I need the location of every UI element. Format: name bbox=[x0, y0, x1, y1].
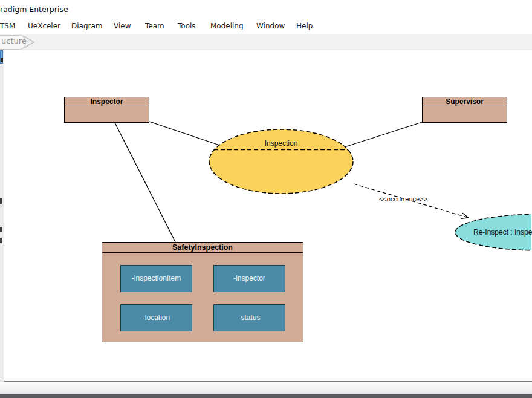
menu-item-view[interactable]: View bbox=[114, 19, 131, 34]
menu-item-help[interactable]: Help bbox=[296, 19, 313, 34]
selected-tool-icon[interactable] bbox=[0, 50, 3, 64]
title-bar: radigm Enterprise bbox=[0, 0, 532, 19]
menu-item-uexceler[interactable]: UeXceler bbox=[28, 19, 60, 34]
menu-item-team[interactable]: Team bbox=[145, 19, 164, 34]
panel-icon-fragment bbox=[0, 227, 2, 232]
part-inspector[interactable]: -inspector bbox=[213, 265, 285, 292]
window-bottom-edge bbox=[0, 394, 532, 398]
part-status[interactable]: -status bbox=[213, 304, 285, 331]
panel-icon-fragment bbox=[0, 198, 2, 204]
menu-item-tools[interactable]: Tools bbox=[178, 19, 196, 34]
class-inspector[interactable]: Inspector bbox=[64, 97, 149, 123]
part-location[interactable]: -location bbox=[120, 304, 192, 331]
breadcrumb-chevron-icon bbox=[22, 34, 37, 50]
association-supervisor-inspection[interactable] bbox=[341, 122, 422, 148]
application-window: radigm Enterprise TSM UeXceler Diagram V… bbox=[0, 0, 532, 398]
class-safetyinspection-name: SafetyInspection bbox=[102, 243, 303, 253]
part-inspectionitem[interactable]: -inspectionItem bbox=[120, 265, 192, 292]
tool-glyph-icon bbox=[1, 58, 3, 62]
menu-item-tsm[interactable]: TSM bbox=[0, 19, 15, 34]
window-title: radigm Enterprise bbox=[0, 5, 68, 14]
panel-icon-fragment bbox=[0, 238, 2, 243]
collaboration-use-reinspect-label[interactable]: Re-Inspect : Inspe bbox=[473, 228, 532, 237]
occurrence-stereotype-label: <<occurrence>> bbox=[367, 195, 440, 203]
collaboration-inspection-label[interactable]: Inspection bbox=[245, 139, 317, 148]
menu-item-window[interactable]: Window bbox=[256, 19, 285, 34]
menu-bar: TSM UeXceler Diagram View Team Tools Mod… bbox=[0, 19, 532, 34]
open-arrowhead-icon bbox=[461, 213, 469, 218]
association-inspector-inspection[interactable] bbox=[149, 122, 219, 145]
class-supervisor[interactable]: Supervisor bbox=[422, 97, 507, 123]
association-inspector-safetyinspection[interactable] bbox=[115, 123, 175, 242]
class-supervisor-name: Supervisor bbox=[423, 97, 507, 106]
status-bar bbox=[0, 382, 532, 394]
breadcrumb-row: ucture bbox=[0, 34, 532, 50]
menu-item-modeling[interactable]: Modeling bbox=[210, 19, 244, 34]
class-inspector-name: Inspector bbox=[65, 97, 149, 106]
diagram-canvas[interactable]: Inspection Re-Inspect : Inspe <<occurren… bbox=[4, 51, 532, 382]
menu-item-diagram[interactable]: Diagram bbox=[71, 19, 103, 34]
